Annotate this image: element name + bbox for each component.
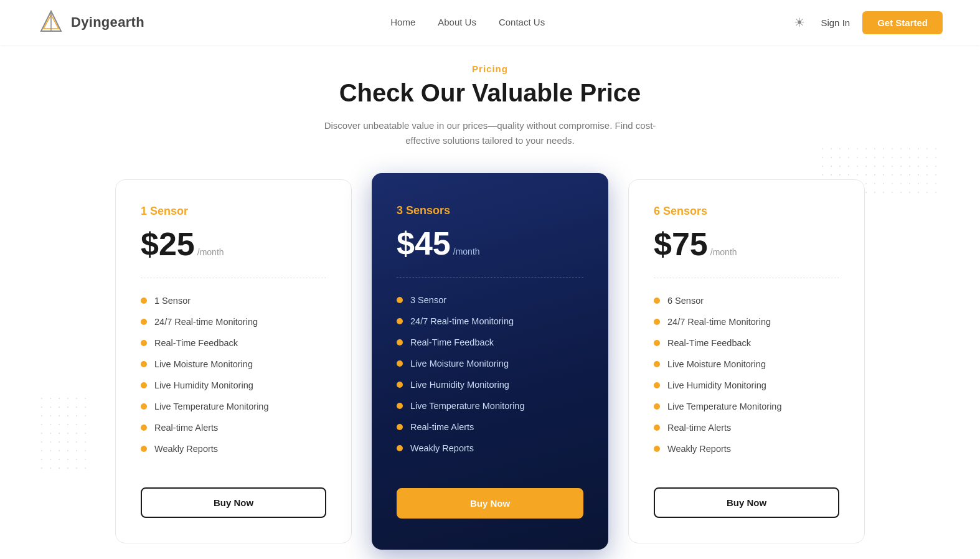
bullet-icon — [654, 319, 660, 325]
section-title: Check Our Valuable Price — [0, 79, 980, 107]
pricing-cards: 1 Sensor $25 /month 1 Sensor 24/7 Real-t… — [0, 179, 980, 543]
plan-2-divider — [397, 277, 583, 278]
bullet-icon — [654, 425, 660, 431]
bullet-icon — [654, 298, 660, 304]
bullet-icon — [654, 403, 660, 410]
plan-3-price-value: $75 — [654, 228, 708, 260]
bullet-icon — [654, 382, 660, 388]
plan-3-buy-button[interactable]: Buy Now — [654, 487, 839, 518]
plan-2-price: $45 /month — [397, 227, 583, 260]
bullet-icon — [141, 319, 147, 325]
list-item: Live Moisture Monitoring — [654, 359, 839, 369]
bullet-icon — [141, 361, 147, 367]
nav-links: Home About Us Contact Us — [390, 17, 545, 28]
plan-3-period: /month — [710, 247, 737, 257]
plan-2-period: /month — [453, 247, 480, 256]
plan-card-1sensor: 1 Sensor $25 /month 1 Sensor 24/7 Real-t… — [115, 179, 352, 543]
list-item: Real-Time Feedback — [654, 338, 839, 348]
logo-text: Dyingearth — [71, 14, 144, 31]
plan-3-divider — [654, 278, 839, 278]
bullet-icon — [654, 446, 660, 452]
main-content: Pricing Check Our Valuable Price Discove… — [0, 45, 980, 559]
list-item: 24/7 Real-time Monitoring — [397, 316, 583, 326]
list-item: 3 Sensor — [397, 295, 583, 305]
list-item: Live Temperature Monitoring — [654, 402, 839, 411]
bullet-icon — [141, 425, 147, 431]
list-item: Weakly Reports — [397, 443, 583, 453]
list-item: Weakly Reports — [141, 444, 326, 454]
plan-1-features: 1 Sensor 24/7 Real-time Monitoring Real-… — [141, 296, 326, 465]
section-label: Pricing — [0, 63, 980, 74]
list-item: Live Temperature Monitoring — [141, 402, 326, 411]
theme-toggle-icon[interactable]: ☀ — [791, 14, 808, 31]
nav-contact[interactable]: Contact Us — [499, 17, 545, 27]
bullet-icon — [397, 445, 403, 451]
bullet-icon — [654, 361, 660, 367]
bullet-icon — [141, 298, 147, 304]
bullet-icon — [141, 340, 147, 346]
plan-2-price-value: $45 — [397, 227, 451, 260]
plan-1-price: $25 /month — [141, 228, 326, 260]
bullet-icon — [141, 446, 147, 452]
list-item: Live Moisture Monitoring — [141, 359, 326, 369]
get-started-button[interactable]: Get Started — [862, 11, 943, 34]
list-item: Live Temperature Monitoring — [397, 401, 583, 411]
navbar: Dyingearth Home About Us Contact Us ☀ Si… — [0, 0, 980, 45]
plan-2-features: 3 Sensor 24/7 Real-time Monitoring Real-… — [397, 295, 583, 466]
list-item: Real-time Alerts — [141, 423, 326, 433]
logo: Dyingearth — [37, 9, 144, 36]
list-item: Real-time Alerts — [654, 423, 839, 433]
nav-right: ☀ Sign In Get Started — [791, 11, 943, 34]
plan-3-features: 6 Sensor 24/7 Real-time Monitoring Real-… — [654, 296, 839, 465]
plan-1-name: 1 Sensor — [141, 205, 326, 218]
logo-icon — [37, 9, 65, 36]
plan-card-3sensors: 3 Sensors $45 /month 3 Sensor 24/7 Real-… — [372, 173, 608, 550]
plan-card-6sensors: 6 Sensors $75 /month 6 Sensor 24/7 Real-… — [628, 179, 865, 543]
bullet-icon — [397, 297, 403, 303]
plan-3-price: $75 /month — [654, 228, 839, 260]
plan-3-name: 6 Sensors — [654, 205, 839, 218]
list-item: 24/7 Real-time Monitoring — [654, 317, 839, 327]
plan-1-buy-button[interactable]: Buy Now — [141, 487, 326, 518]
plan-1-price-value: $25 — [141, 228, 195, 260]
list-item: Real-Time Feedback — [397, 337, 583, 347]
sign-in-button[interactable]: Sign In — [821, 17, 850, 28]
list-item: Live Moisture Monitoring — [397, 359, 583, 369]
dots-decoration-left — [37, 394, 87, 469]
bullet-icon — [397, 360, 403, 367]
plan-2-name: 3 Sensors — [397, 204, 583, 217]
list-item: Weakly Reports — [654, 444, 839, 454]
list-item: Live Humidity Monitoring — [141, 380, 326, 390]
bullet-icon — [397, 318, 403, 324]
list-item: Real-time Alerts — [397, 422, 583, 432]
bullet-icon — [141, 382, 147, 388]
nav-about[interactable]: About Us — [438, 17, 476, 27]
bullet-icon — [397, 339, 403, 345]
list-item: 24/7 Real-time Monitoring — [141, 317, 326, 327]
list-item: Live Humidity Monitoring — [397, 380, 583, 390]
section-description: Discover unbeatable value in our prices—… — [316, 118, 664, 148]
plan-2-buy-button[interactable]: Buy Now — [397, 488, 583, 519]
bullet-icon — [141, 403, 147, 410]
list-item: 6 Sensor — [654, 296, 839, 306]
bullet-icon — [654, 340, 660, 346]
bullet-icon — [397, 403, 403, 409]
bullet-icon — [397, 382, 403, 388]
plan-1-period: /month — [197, 247, 224, 257]
list-item: 1 Sensor — [141, 296, 326, 306]
nav-home[interactable]: Home — [390, 17, 415, 27]
bullet-icon — [397, 424, 403, 430]
list-item: Real-Time Feedback — [141, 338, 326, 348]
plan-1-divider — [141, 278, 326, 278]
list-item: Live Humidity Monitoring — [654, 380, 839, 390]
